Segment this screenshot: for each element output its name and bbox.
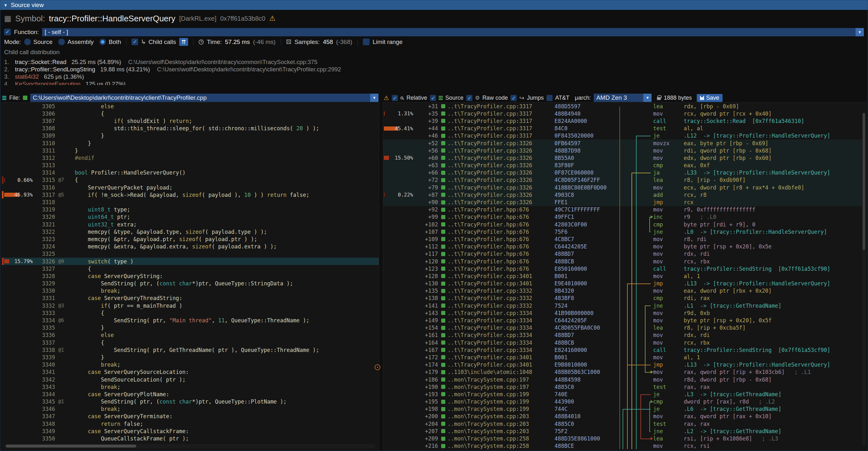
asm-row[interactable]: +52..t\TracyProfiler.cpp:33260FB64597mov… <box>383 140 866 147</box>
mode-option-source[interactable]: Source <box>24 38 53 46</box>
asm-row[interactable]: +198..mon\TracySystem.cpp:199744Cje.L6 -… <box>383 405 866 413</box>
source-line[interactable]: 3343 break; <box>2 383 379 390</box>
source-line[interactable]: 15.79%3326@9 switch( type ) <box>2 258 379 265</box>
source-line[interactable]: 3306 { <box>2 110 379 117</box>
source-line[interactable]: 3335 } <box>2 324 379 332</box>
asm-row[interactable]: +92..t\TracyProfiler.hpp:67649C7C1FFFFFF… <box>383 206 866 213</box>
source-line[interactable]: 3324 memcpy( &extra, &payload.extra, siz… <box>2 243 379 250</box>
source-line[interactable]: 3328 case ServerQueryString: <box>2 272 379 280</box>
asm-row[interactable]: +112..t\TracyProfiler.hpp:676C64424205Em… <box>383 243 866 250</box>
source-line[interactable]: 3319 uint8_t type; <box>2 206 379 213</box>
asm-row[interactable]: +164..t\TracyProfiler.cpp:3334488BCBmovr… <box>383 339 866 346</box>
window-titlebar[interactable]: ▼ Source view <box>0 0 868 10</box>
asm-row[interactable]: +46..t\TracyProfiler.cpp:33170F843502000… <box>383 132 866 140</box>
asm-row[interactable]: +190..mon\TracySystem.cpp:1974885C0testr… <box>383 383 866 390</box>
asm-row[interactable]: +161..t\TracyProfiler.cpp:3334488BD7movr… <box>383 332 866 339</box>
source-line[interactable]: 3318 <box>2 199 379 206</box>
asm-row[interactable]: +128..t\TracyProfiler.cpp:3401B001moval,… <box>383 272 866 280</box>
asm-row[interactable]: +107..t\TracyProfiler.hpp:67675F6jne.L0 … <box>383 228 866 235</box>
source-line[interactable]: 3320 uint64_t ptr; <box>2 213 379 221</box>
asm-row[interactable]: +141..t\TracyProfiler.cpp:33327524jne.L1… <box>383 302 866 309</box>
relative-toggle[interactable]: Relative <box>392 95 427 101</box>
source-line[interactable]: 3350 QueueCallstackFrame( ptr ); <box>2 435 379 442</box>
source-line[interactable]: 3342 SendSourceLocation( ptr ); <box>2 376 379 383</box>
source-line[interactable]: 3340 break; <box>2 361 379 368</box>
asm-row[interactable]: +174..t\TracyProfiler.cpp:3401E9B8010000… <box>383 361 866 368</box>
source-line[interactable]: 3339 } <box>2 354 379 361</box>
asm-row[interactable]: +109..t\TracyProfiler.hpp:6764C8BC7movr8… <box>383 235 866 243</box>
source-line[interactable]: 3310 } <box>2 140 379 147</box>
limit-range-checkbox[interactable] <box>363 38 370 45</box>
asm-row[interactable]: +143..t\TracyProfiler.cpp:333441B90B0000… <box>383 309 866 317</box>
source-line[interactable]: 3331 case ServerQueryThreadString: <box>2 295 379 302</box>
source-line[interactable]: 3336 else <box>2 332 379 339</box>
source-line[interactable]: 3345@1 SendString( ptr, (const char*)ptr… <box>2 398 379 405</box>
asm-row[interactable]: +204..mon\TracySystem.cpp:2034885C0testr… <box>383 420 866 427</box>
source-line[interactable]: 3311} <box>2 147 379 154</box>
source-line[interactable]: 46.93%3317@5 if( !m_sock->Read( &payload… <box>2 191 379 199</box>
asm-row[interactable]: +63..t\TracyProfiler.cpp:332683F80Fcmpea… <box>383 162 866 169</box>
child-calls-checkbox[interactable] <box>131 38 138 45</box>
jumps-checkbox[interactable] <box>510 95 517 101</box>
child-call-item[interactable]: 3.stat64i32625 μs (1.36%) <box>4 73 864 80</box>
child-call-item[interactable]: 2.tracy::Profiler::SendLongString19.88 m… <box>4 66 864 73</box>
asm-row[interactable]: +207..mon\TracySystem.cpp:20375F2jne.L2 … <box>383 427 866 435</box>
uarch-combo[interactable]: AMD Zen 3 ▼ <box>594 94 652 102</box>
source-line[interactable]: 3332@3 if( ptr == m_mainThread ) <box>2 302 379 309</box>
asm-row[interactable]: +216..mon\TracySystem.cpp:258488BCEmovrc… <box>383 442 866 449</box>
asm-row[interactable]: +39..t\TracyProfiler.cpp:3317E824AA0000c… <box>383 117 866 124</box>
scrollbar-thumb[interactable] <box>6 445 136 448</box>
raw-code-checkbox[interactable] <box>466 95 472 101</box>
file-combo[interactable]: C:\Users\wolf\Desktop\darkrl\contrib\tra… <box>30 94 378 102</box>
function-combo[interactable]: [ - self - ] ▼ <box>42 28 864 36</box>
source-line[interactable]: 3312#endif <box>2 154 379 161</box>
asm-row[interactable]: +99..t\TracyProfiler.hpp:67649FFC1incr9 … <box>383 213 866 221</box>
collapse-icon[interactable]: ▼ <box>3 3 8 8</box>
function-checkbox[interactable] <box>4 29 11 35</box>
asm-row[interactable]: +90..t\TracyProfiler.cpp:3326FFE1jmprcx <box>383 199 866 206</box>
asm-vertical-scrollbar[interactable] <box>862 112 866 447</box>
source-line[interactable]: 0.66%3315@7{ <box>2 176 379 184</box>
child-call-item[interactable]: 4.KeSynchronizeExecution125 μs (0.27%) <box>4 80 864 85</box>
sample-parents-button[interactable]: ⇈ <box>179 38 188 46</box>
asm-row[interactable]: 0.22%+87..t\TracyProfiler.cpp:33264903C8… <box>383 191 866 199</box>
source-line[interactable]: 3341 case ServerQuerySourceLocation: <box>2 368 379 376</box>
asm-row[interactable]: +66..t\TracyProfiler.cpp:33260F87CE06000… <box>383 169 866 176</box>
asm-row[interactable]: +167..t\TracyProfiler.cpp:3334E824160000… <box>383 346 866 354</box>
source-line[interactable]: 3316 ServerQueryPacket payload; <box>2 184 379 191</box>
source-checkbox[interactable] <box>430 95 436 101</box>
asm-row[interactable]: +154..t\TracyProfiler.cpp:33344C8D055FBA… <box>383 324 866 332</box>
source-line[interactable]: 3346 break; <box>2 405 379 413</box>
jumps-toggle[interactable]: ↪ Jumps <box>510 94 544 101</box>
asm-row[interactable]: +123..t\TracyProfiler.hpp:676E850160000c… <box>383 265 866 272</box>
source-line[interactable]: 3337 { <box>2 339 379 346</box>
source-line[interactable]: 3309 } <box>2 132 379 140</box>
asm-row[interactable]: +193..mon\TracySystem.cpp:199740Eje.L3 -… <box>383 390 866 398</box>
source-line[interactable]: 3327 { <box>2 265 379 272</box>
source-line[interactable]: 3321 uint32_t extra; <box>2 221 379 228</box>
asm-row[interactable]: 15.50%+60..t\TracyProfiler.cpp:33268B55A… <box>383 154 866 161</box>
source-line[interactable]: 3323 memcpy( &ptr, &payload.ptr, sizeof(… <box>2 235 379 243</box>
asm-row[interactable]: +186..mon\TracySystem.cpp:197448B4598mov… <box>383 376 866 383</box>
source-horizontal-scrollbar[interactable] <box>4 444 376 448</box>
source-line[interactable]: 3330 break; <box>2 287 379 295</box>
source-line[interactable]: 3325 <box>2 250 379 258</box>
asm-row[interactable]: +149..t\TracyProfiler.cpp:3334C64424205F… <box>383 317 866 324</box>
child-calls-toggle[interactable]: ↳ Child calls <box>131 38 176 46</box>
source-line[interactable]: 3314bool Profiler::HandleServerQuery() <box>2 169 379 176</box>
source-line[interactable]: 3347 case ServerQueryTerminate: <box>2 413 379 420</box>
asm-row[interactable]: +195..mon\TracySystem.cpp:199443900cmpdw… <box>383 398 866 405</box>
scrollbar-thumb[interactable] <box>863 113 865 250</box>
source-line[interactable]: 3313 <box>2 162 379 169</box>
mode-option-both[interactable]: Both <box>99 38 121 46</box>
source-line[interactable]: 3334@6 SendString( ptr, "Main thread", 1… <box>2 317 379 324</box>
child-call-item[interactable]: 1.tracy::Socket::Read25.25 ms (54.89%)C:… <box>4 58 864 66</box>
asm-row[interactable]: +72..t\TracyProfiler.cpp:33264C8D05F146F… <box>383 176 866 184</box>
source-toggle[interactable]: Source <box>430 95 463 101</box>
save-button[interactable]: Save <box>697 94 722 102</box>
asm-row[interactable]: +120..t\TracyProfiler.hpp:676488BCBmovrc… <box>383 258 866 265</box>
mode-option-assembly[interactable]: Assembly <box>58 38 94 46</box>
asm-row[interactable]: +135..t\TracyProfiler.cpp:33328B4320move… <box>383 287 866 295</box>
source-line[interactable]: 3322 memcpy( &type, &payload.type, sizeo… <box>2 228 379 235</box>
att-toggle[interactable]: AT&T <box>547 95 569 101</box>
